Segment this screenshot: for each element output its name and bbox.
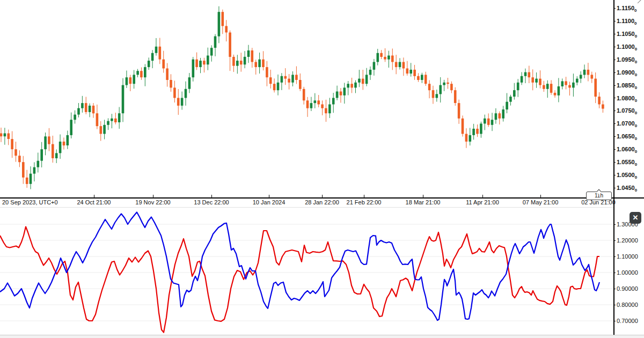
candle-body: [107, 121, 109, 125]
candle-body: [535, 79, 538, 83]
candle-body: [543, 85, 545, 89]
candle-body: [521, 76, 523, 83]
candle-body: [173, 87, 176, 98]
candle-body: [85, 103, 87, 112]
candle-body: [502, 109, 504, 119]
secondary-axis-strip[interactable]: [0, 335, 644, 338]
candle-body: [77, 108, 80, 115]
indicator-close-button[interactable]: ✕: [630, 212, 641, 224]
time-label: 13 Dec 22:00: [194, 199, 229, 205]
candle-body: [299, 80, 302, 89]
candle-body: [140, 71, 143, 77]
candle-body: [229, 33, 231, 57]
candle-body: [203, 61, 206, 64]
candle-body: [447, 83, 449, 84]
indicator-pane[interactable]: [0, 208, 613, 335]
candle-body: [122, 85, 125, 114]
candle-body: [487, 119, 490, 125]
candle-body: [354, 83, 357, 88]
candlestick-chart-pane[interactable]: [0, 0, 613, 197]
candle-body: [136, 71, 139, 75]
candle-body: [207, 56, 209, 65]
candle-body: [513, 90, 516, 97]
candle-body: [350, 84, 353, 87]
candle-body: [409, 70, 412, 74]
indicator-tick: [613, 289, 616, 289]
candle-body: [377, 53, 379, 62]
candle-body: [528, 72, 531, 78]
blue-line: [0, 212, 599, 321]
price-label: 1.04500: [617, 185, 637, 194]
price-label: 1.11500: [617, 5, 637, 14]
candle-body: [387, 56, 390, 60]
candle-body: [517, 83, 519, 90]
candle-body: [185, 89, 187, 98]
time-label: 28 Jan 22:00: [305, 199, 339, 205]
trading-chart-window: 1.115001.110001.105001.100001.095001.090…: [0, 0, 644, 338]
candle-body: [159, 47, 162, 60]
candle-body: [328, 105, 331, 114]
candle-body: [188, 77, 191, 89]
candle-body: [343, 87, 346, 95]
candle-body: [476, 129, 479, 134]
candle-body: [332, 98, 335, 105]
candle-body: [151, 53, 154, 61]
candle-body: [491, 120, 494, 125]
price-tick: [613, 98, 616, 98]
time-label: 19 Nov 22:00: [135, 199, 170, 205]
time-origin-label: 20 Sep 2023, UTC+0: [2, 199, 58, 205]
candle-body: [554, 93, 557, 95]
candle-body: [4, 134, 6, 137]
price-tick: [613, 136, 616, 137]
candle-body: [465, 134, 468, 142]
price-tick: [613, 47, 616, 47]
time-label: 24 Oct 21:00: [77, 199, 111, 205]
price-tick: [613, 149, 616, 150]
candle-body: [583, 70, 586, 75]
price-tick: [613, 111, 616, 111]
candle-body: [63, 142, 65, 145]
candle-body: [0, 134, 2, 137]
candle-body: [458, 103, 460, 119]
price-label: 1.09000: [617, 69, 637, 78]
candle-body: [18, 156, 21, 162]
candle-body: [480, 123, 482, 134]
candle-body: [499, 113, 501, 119]
candle-body: [558, 86, 560, 95]
candle-body: [402, 62, 405, 69]
candle-body: [310, 103, 313, 108]
candle-body: [524, 72, 527, 76]
candle-body: [114, 119, 117, 122]
price-label: 1.09500: [617, 56, 637, 65]
candle-body: [8, 134, 10, 139]
candle-body: [572, 83, 575, 88]
time-tick: [540, 195, 541, 197]
price-tick: [613, 175, 616, 175]
candle-body: [254, 62, 257, 68]
candle-body: [192, 60, 195, 78]
candle-body: [55, 153, 58, 158]
candle-body: [214, 36, 217, 48]
candle-body: [291, 75, 294, 82]
time-tick: [322, 195, 323, 197]
indicator-axis-label: 0.80000: [617, 302, 638, 308]
price-label: 1.10000: [617, 43, 637, 53]
candle-body: [380, 53, 383, 57]
candle-body: [550, 84, 553, 93]
candle-body: [561, 81, 564, 86]
time-label: 10 Jan 2024: [253, 199, 286, 205]
candle-body: [92, 106, 95, 113]
candle-body: [244, 57, 246, 64]
candle-body: [384, 57, 386, 60]
candle-body: [67, 135, 69, 145]
indicator-axis-label: 1.20000: [617, 237, 638, 244]
candle-body: [30, 174, 32, 184]
candle-body: [568, 85, 571, 88]
price-label: 1.11000: [617, 18, 637, 27]
price-label: 1.05500: [617, 159, 637, 168]
candle-body: [336, 92, 339, 98]
candle-body: [225, 26, 228, 33]
candle-body: [365, 75, 368, 84]
candle-body: [406, 69, 409, 74]
price-axis-line: [613, 0, 614, 335]
